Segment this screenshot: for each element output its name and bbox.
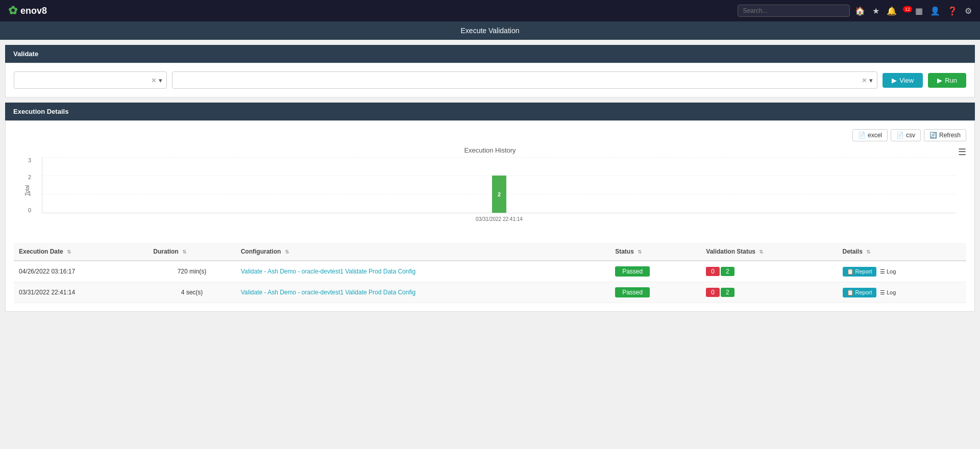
chart-menu-icon[interactable]: ☰ xyxy=(958,146,966,158)
validation-status-badges: 0 2 xyxy=(706,288,832,297)
home-icon[interactable]: 🏠 xyxy=(855,6,865,16)
report-icon: 📋 xyxy=(847,289,854,296)
cell-exec-date: 03/31/2022 22:41:14 xyxy=(14,282,148,303)
cell-val-status: 0 2 xyxy=(701,282,837,303)
config-clear-button[interactable]: ✕ xyxy=(862,77,867,84)
table-row: 04/26/2022 03:16:17 720 min(s) Validate … xyxy=(14,261,966,282)
environment-clear-button[interactable]: ✕ xyxy=(151,77,157,84)
log-icon: ☰ xyxy=(880,289,885,296)
cell-details: 📋 Report ☰ Log xyxy=(838,261,966,282)
sort-icon-configuration[interactable]: ⇅ xyxy=(285,249,289,255)
sort-icon-details[interactable]: ⇅ xyxy=(866,249,870,255)
execution-section-header: Execution Details xyxy=(5,103,975,120)
cell-val-status: 0 2 xyxy=(701,261,837,282)
val-badge-green: 2 xyxy=(721,267,734,276)
sort-icon-val-status[interactable]: ⇅ xyxy=(759,249,763,255)
chart-plot-area: 2 03/31/2022 22:41:14 xyxy=(42,157,956,213)
page-title: Execute Validation xyxy=(461,27,520,35)
cell-details: 📋 Report ☰ Log xyxy=(838,282,966,303)
config-dropdown[interactable]: Ash Demo - oracle-devtest1 Validate Prod… xyxy=(172,71,877,89)
cell-duration: 4 sec(s) xyxy=(148,282,235,303)
environment-input[interactable]: Ash Demo - oracle-devtest1 xyxy=(18,77,151,84)
run-play-icon: ▶ xyxy=(937,77,942,84)
col-details: Details ⇅ xyxy=(838,243,966,261)
validation-status-badges: 0 2 xyxy=(706,267,832,276)
chart-title: Execution History xyxy=(19,146,961,154)
user-icon[interactable]: 👤 xyxy=(930,6,940,16)
refresh-icon: 🔄 xyxy=(929,132,937,139)
col-status: Status ⇅ xyxy=(610,243,701,261)
excel-icon: 📄 xyxy=(858,132,866,139)
search-input[interactable] xyxy=(738,5,850,17)
logo-text: enov8 xyxy=(20,6,47,16)
view-button[interactable]: ▶ View xyxy=(883,73,923,88)
log-button[interactable]: ☰ Log xyxy=(880,268,896,275)
config-arrow-button[interactable]: ▾ xyxy=(869,77,873,84)
search-bar[interactable] xyxy=(738,5,850,17)
execution-table: Execution Date ⇅ Duration ⇅ Configuratio… xyxy=(14,243,966,303)
csv-button[interactable]: 📄 csv xyxy=(891,129,921,141)
notification-badge: 12 xyxy=(903,6,912,12)
top-navigation: ✿ enov8 🏠 ★ 🔔 12 ▦ 👤 ❓ ⚙ xyxy=(0,0,980,21)
play-icon: ▶ xyxy=(892,77,897,84)
csv-icon: 📄 xyxy=(896,132,904,139)
cell-exec-date: 04/26/2022 03:16:17 xyxy=(14,261,148,282)
validate-section: Ash Demo - oracle-devtest1 ✕ ▾ Ash Demo … xyxy=(5,63,975,97)
refresh-button[interactable]: 🔄 Refresh xyxy=(924,129,966,141)
chart-x-label: 03/31/2022 22:41:14 xyxy=(476,216,523,222)
cell-configuration: Validate - Ash Demo - oracle-devtest1 Va… xyxy=(236,282,610,303)
validate-row: Ash Demo - oracle-devtest1 ✕ ▾ Ash Demo … xyxy=(14,71,966,89)
excel-button[interactable]: 📄 excel xyxy=(852,129,888,141)
nav-icons: 🏠 ★ 🔔 12 ▦ 👤 ❓ ⚙ xyxy=(855,6,972,16)
chart-bar: 2 xyxy=(492,176,506,213)
cell-status: Passed xyxy=(610,282,701,303)
status-badge: Passed xyxy=(615,266,650,277)
report-button[interactable]: 📋 Report xyxy=(843,267,876,277)
logo-icon: ✿ xyxy=(8,4,17,17)
cell-status: Passed xyxy=(610,261,701,282)
col-val-status: Validation Status ⇅ xyxy=(701,243,837,261)
status-badge: Passed xyxy=(615,287,650,297)
star-icon[interactable]: ★ xyxy=(872,6,879,16)
chart-wrapper: Execution History ☰ Total 3 2 1 0 xyxy=(14,146,966,239)
app-logo: ✿ enov8 xyxy=(8,4,47,17)
page-title-bar: Execute Validation xyxy=(0,21,980,40)
config-link[interactable]: Validate - Ash Demo - oracle-devtest1 Va… xyxy=(241,268,415,275)
col-duration: Duration ⇅ xyxy=(148,243,235,261)
cell-duration: 720 min(s) xyxy=(148,261,235,282)
environment-arrow-button[interactable]: ▾ xyxy=(159,77,162,84)
run-button[interactable]: ▶ Run xyxy=(928,73,966,88)
notification-icon[interactable]: 🔔 12 xyxy=(887,6,908,16)
help-icon[interactable]: ❓ xyxy=(947,6,958,16)
val-badge-red: 0 xyxy=(706,288,720,297)
log-button[interactable]: ☰ Log xyxy=(880,289,896,296)
toolbar-row: 📄 excel 📄 csv 🔄 Refresh xyxy=(14,129,966,141)
col-configuration: Configuration ⇅ xyxy=(236,243,610,261)
table-header-row: Execution Date ⇅ Duration ⇅ Configuratio… xyxy=(14,243,966,261)
val-badge-red: 0 xyxy=(706,267,720,276)
report-icon: 📋 xyxy=(847,268,854,275)
config-link[interactable]: Validate - Ash Demo - oracle-devtest1 Va… xyxy=(241,289,415,296)
sort-icon-status[interactable]: ⇅ xyxy=(638,249,642,255)
cell-configuration: Validate - Ash Demo - oracle-devtest1 Va… xyxy=(236,261,610,282)
execution-section: 📄 excel 📄 csv 🔄 Refresh Execution Histor… xyxy=(5,120,975,312)
table-row: 03/31/2022 22:41:14 4 sec(s) Validate - … xyxy=(14,282,966,303)
col-exec-date: Execution Date ⇅ xyxy=(14,243,148,261)
config-input[interactable]: Ash Demo - oracle-devtest1 Validate Prod… xyxy=(177,77,862,84)
val-badge-green: 2 xyxy=(721,288,734,297)
sort-icon-exec-date[interactable]: ⇅ xyxy=(67,249,71,255)
sort-icon-duration[interactable]: ⇅ xyxy=(182,249,186,255)
y-axis-values: 3 2 1 0 xyxy=(28,157,33,213)
grid-icon[interactable]: ▦ xyxy=(915,6,923,16)
validate-section-header: Validate xyxy=(5,45,975,63)
environment-dropdown[interactable]: Ash Demo - oracle-devtest1 ✕ ▾ xyxy=(14,71,167,89)
log-icon: ☰ xyxy=(880,268,885,275)
report-button[interactable]: 📋 Report xyxy=(843,288,876,297)
settings-icon[interactable]: ⚙ xyxy=(965,6,972,16)
